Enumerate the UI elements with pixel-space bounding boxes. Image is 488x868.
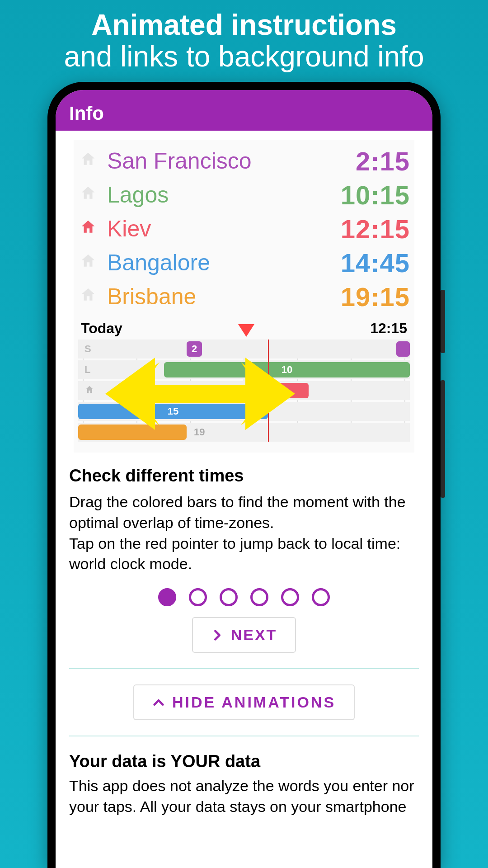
privacy-body: This app does not analyze the words you … [69,776,419,817]
timeline-today-label: Today [81,320,122,337]
timezone-bar[interactable]: 15 [78,404,268,419]
promo-title: Animated instructions [64,9,424,41]
info-heading: Check different times [69,466,419,486]
home-icon [78,184,98,206]
city-time: 10:15 [341,180,410,210]
phone-side-button [441,380,445,498]
timezone-bar[interactable] [78,425,187,440]
phone-frame: Info San Francisco2:15Lagos10:15Kiev12:1… [47,82,441,868]
city-time: 12:15 [341,214,410,244]
promo-header: Animated instructions and links to backg… [55,0,433,73]
bar-end-num: 19 [194,426,205,438]
timezone-bar[interactable]: 10 [164,362,410,377]
city-row[interactable]: Lagos10:15 [78,178,410,212]
city-name: Lagos [107,182,332,208]
home-icon [78,252,98,274]
city-name: San Francisco [107,148,347,174]
city-row[interactable]: Bangalore14:45 [78,246,410,280]
phone-screen: Info San Francisco2:15Lagos10:15Kiev12:1… [56,90,432,868]
home-icon [78,286,98,307]
red-pointer-icon[interactable] [238,324,254,337]
divider [69,668,419,669]
phone-side-button [441,290,445,353]
divider [69,736,419,736]
city-name: Bangalore [107,250,332,276]
info-body: Drag the colored bars to find the moment… [69,492,419,575]
page-dot[interactable] [158,588,176,606]
page-dot[interactable] [250,588,268,606]
page-dot[interactable] [281,588,299,606]
city-row[interactable]: Brisbane19:15 [78,280,410,314]
promo-subtitle: and links to background info [64,41,424,72]
app-bar: Info [56,90,432,131]
page-dot[interactable] [189,588,207,606]
home-icon [78,151,98,172]
timezone-bar[interactable]: 2 [187,341,202,357]
next-button-label: NEXT [231,626,277,644]
city-time: 19:15 [341,282,410,312]
timezone-bar[interactable] [268,383,309,398]
next-button[interactable]: NEXT [192,617,296,653]
privacy-heading: Your data is YOUR data [69,752,419,771]
home-row-icon [84,385,94,397]
page-indicator[interactable] [56,588,432,606]
animation-illustration[interactable]: San Francisco2:15Lagos10:15Kiev12:15Bang… [74,140,414,453]
city-time: 2:15 [356,146,410,176]
page-dot[interactable] [220,588,238,606]
timeline-bars[interactable]: S 2 L 10 B 15 [78,340,410,442]
timezone-bar[interactable] [396,341,410,357]
home-icon [78,218,98,240]
current-time-line [268,340,269,442]
timeline-right-time: 12:15 [370,320,407,337]
hide-animations-button[interactable]: HIDE ANIMATIONS [133,684,355,720]
chevron-right-icon [211,629,224,642]
chevron-up-icon [152,696,165,709]
app-bar-title: Info [69,103,104,124]
page-dot[interactable] [312,588,330,606]
city-name: Brisbane [107,283,332,310]
city-row[interactable]: San Francisco2:15 [78,144,410,178]
bar-row-label: S [84,343,91,355]
hide-animations-label: HIDE ANIMATIONS [172,693,336,711]
bar-row-label: L [84,364,90,376]
city-time: 14:45 [341,248,410,278]
city-name: Kiev [107,216,332,242]
city-row[interactable]: Kiev12:15 [78,212,410,246]
